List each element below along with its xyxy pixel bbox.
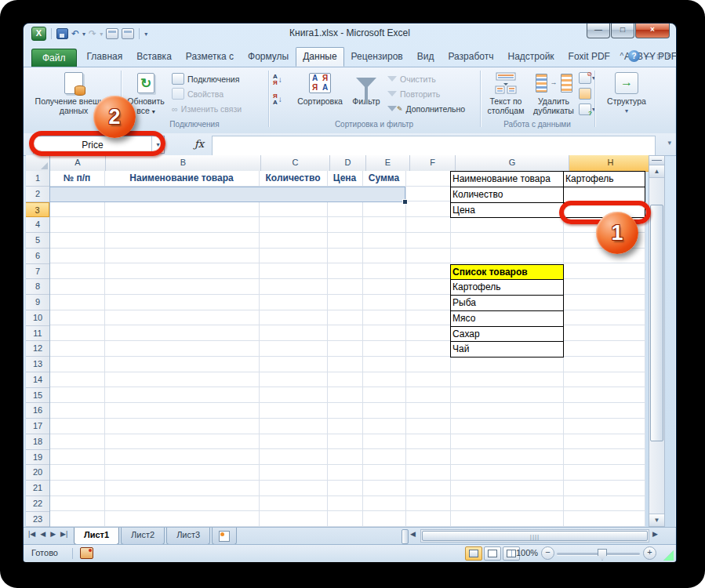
tab-data[interactable]: Данные — [296, 47, 343, 67]
row-header[interactable]: 1 — [26, 171, 49, 187]
row-header[interactable]: 11 — [26, 326, 49, 342]
tab-insert[interactable]: Вставка — [129, 47, 179, 67]
row-header[interactable]: 14 — [26, 372, 49, 388]
connections-button[interactable]: Подключения — [172, 71, 242, 86]
row-header[interactable]: 8 — [26, 279, 49, 295]
list-title-cell-g7[interactable]: Список товаров — [450, 264, 564, 281]
cell-a1[interactable]: № п/п — [49, 171, 104, 187]
row-header[interactable]: 7 — [26, 264, 49, 280]
row-header[interactable]: 23 — [26, 512, 49, 528]
group-label-data-tools[interactable]: Работа с данными — [483, 120, 591, 129]
scroll-right-icon[interactable]: ▶ — [652, 530, 658, 538]
scroll-up-icon[interactable]: ▲ — [649, 165, 664, 178]
expand-formula-bar-icon[interactable]: ▾ — [667, 139, 671, 147]
row-header[interactable]: 15 — [26, 388, 49, 404]
zoom-slider-thumb[interactable] — [598, 549, 607, 561]
tab-addins[interactable]: Надстройк — [500, 47, 561, 67]
text-to-columns-button[interactable]: Текст по столбцам — [483, 69, 529, 115]
row-header[interactable]: 10 — [26, 310, 49, 326]
cell-g1[interactable]: Наименование товара — [450, 171, 564, 187]
consolidate-button[interactable] — [579, 88, 595, 100]
row-header[interactable]: 22 — [26, 496, 49, 512]
sort-ascending-button[interactable]: АЯ ↓ — [273, 72, 282, 87]
insert-worksheet-tab[interactable] — [212, 528, 237, 545]
horizontal-split-handle[interactable] — [402, 529, 409, 544]
row-header[interactable]: 5 — [26, 233, 49, 249]
row-header[interactable]: 6 — [26, 249, 49, 264]
tab-formulas[interactable]: Формулы — [241, 47, 296, 67]
tab-file[interactable]: Файл — [31, 49, 77, 67]
cell-d1[interactable]: Цена — [327, 171, 362, 187]
row-header-3-selected[interactable]: 3 — [26, 202, 49, 218]
vertical-scrollbar[interactable]: ▲ ▼ — [649, 155, 665, 527]
normal-view-button[interactable] — [465, 546, 482, 561]
zoom-slider[interactable] — [557, 553, 640, 555]
cell-e1[interactable]: Сумма — [362, 171, 405, 187]
workbook-minimize-icon[interactable]: — — [645, 52, 652, 60]
group-label-connections[interactable]: Подключения — [123, 120, 266, 129]
formula-bar-input[interactable] — [212, 136, 656, 157]
cell-b1[interactable]: Наименование товара — [104, 171, 259, 187]
advanced-filter-button[interactable]: ✎ Дополнительно — [387, 101, 465, 116]
column-header-c[interactable]: C — [261, 155, 330, 171]
cell-g2[interactable]: Количество — [450, 187, 564, 203]
next-sheet-icon[interactable]: ▶ — [50, 530, 56, 538]
row-header[interactable]: 2 — [26, 187, 49, 202]
column-header-e[interactable]: E — [366, 155, 410, 171]
row-header[interactable]: 12 — [26, 341, 49, 357]
workbook-close-icon[interactable]: × — [667, 52, 671, 60]
horizontal-scrollbar[interactable]: |||| — [420, 529, 649, 543]
tab-review[interactable]: Рецензиров — [344, 47, 410, 67]
column-header-h-selected[interactable]: H — [569, 155, 652, 172]
tab-foxit-pdf[interactable]: Foxit PDF — [561, 47, 617, 67]
sheet-tab-list2[interactable]: Лист2 — [121, 528, 165, 545]
sheet-tab-list1[interactable]: Лист1 — [74, 528, 119, 545]
group-label-sort-filter[interactable]: Сортировка и фильтр — [271, 120, 477, 129]
zoom-out-button[interactable]: − — [541, 546, 554, 560]
worksheet-grid[interactable]: 1 2 3 4 5 6 7 8 9 10 11 12 13 14 15 16 1… — [26, 171, 645, 527]
sort-button[interactable]: АЯ ЯА Сортировка — [295, 69, 345, 107]
tab-developer[interactable]: Разработч — [441, 47, 500, 67]
row-header[interactable]: 16 — [26, 403, 49, 419]
list-item-cell-g8[interactable]: Картофель — [450, 279, 564, 296]
horizontal-scroll-thumb[interactable]: |||| — [422, 531, 648, 541]
zoom-in-button[interactable]: + — [643, 546, 656, 560]
close-button[interactable]: × — [635, 24, 670, 38]
tab-home[interactable]: Главная — [80, 47, 130, 67]
cell-h1[interactable]: Картофель — [563, 171, 645, 187]
column-header-d[interactable]: D — [330, 155, 366, 171]
column-header-g[interactable]: G — [456, 155, 569, 171]
highlighted-range-a2-e2[interactable] — [49, 187, 405, 202]
macro-record-icon[interactable] — [80, 547, 93, 559]
insert-function-icon[interactable]: ƒx — [190, 136, 209, 152]
sort-descending-button[interactable]: ЯА ↓ — [273, 92, 282, 107]
scroll-down-icon[interactable]: ▼ — [649, 514, 664, 526]
zoom-level[interactable]: 100% — [516, 548, 538, 557]
vertical-split-handle[interactable] — [649, 156, 664, 165]
first-sheet-icon[interactable]: |◀ — [28, 530, 35, 538]
row-header[interactable]: 21 — [26, 481, 49, 496]
prev-sheet-icon[interactable]: ◀ — [40, 530, 45, 538]
what-if-analysis-button[interactable]: ? ▾ — [579, 103, 595, 115]
row-header[interactable]: 20 — [26, 465, 49, 481]
list-item-cell-g10[interactable]: Мясо — [450, 310, 564, 327]
remove-duplicates-button[interactable]: → Удалить дубликаты — [531, 69, 576, 115]
column-header-a[interactable]: A — [50, 155, 106, 171]
select-all-corner[interactable] — [26, 155, 50, 171]
resize-grip[interactable] — [663, 550, 674, 561]
row-header[interactable]: 19 — [26, 450, 49, 466]
column-header-f[interactable]: F — [410, 155, 456, 171]
minimize-button[interactable]: — — [587, 24, 610, 38]
row-header[interactable]: 18 — [26, 434, 49, 450]
filter-button[interactable]: Фильтр — [348, 69, 384, 107]
list-item-cell-g9[interactable]: Рыба — [450, 295, 564, 311]
row-header[interactable]: 13 — [26, 357, 49, 372]
tab-page-layout[interactable]: Разметка с — [179, 47, 241, 67]
row-header[interactable]: 9 — [26, 295, 49, 310]
sheet-tab-list3[interactable]: Лист3 — [166, 528, 210, 545]
tab-view[interactable]: Вид — [410, 47, 442, 67]
list-item-cell-g11[interactable]: Сахар — [450, 326, 564, 343]
column-header-b[interactable]: B — [106, 155, 261, 171]
help-icon[interactable]: ? — [628, 50, 640, 62]
cell-g3[interactable]: Цена — [450, 202, 564, 219]
